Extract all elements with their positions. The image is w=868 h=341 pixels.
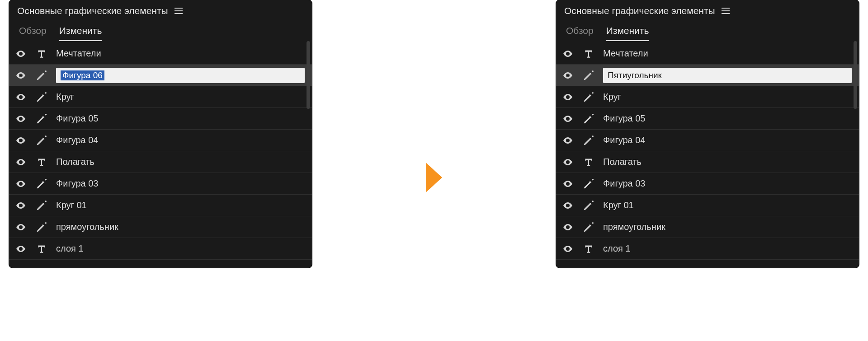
visibility-eye-icon[interactable] [561, 113, 574, 124]
layer-row[interactable]: Круг [9, 86, 312, 108]
layer-name-selected-text: Фигура 06 [61, 70, 104, 80]
tab-browse[interactable]: Обзор [566, 25, 594, 41]
layer-name-label: Фигура 03 [56, 178, 99, 189]
visibility-eye-icon[interactable] [561, 243, 574, 254]
svg-point-10 [567, 53, 569, 55]
visibility-eye-icon[interactable] [561, 222, 574, 233]
visibility-eye-icon[interactable] [14, 222, 27, 233]
visibility-eye-icon[interactable] [14, 243, 27, 254]
layer-row[interactable]: Полагать [9, 151, 312, 173]
visibility-eye-icon[interactable] [561, 178, 574, 189]
layer-row[interactable]: Круг 01 [556, 195, 859, 216]
layer-row[interactable]: слоя 1 [9, 238, 312, 260]
layer-name-label: Фигура 05 [56, 113, 99, 124]
scrollbar-thumb[interactable] [307, 41, 310, 109]
svg-point-6 [20, 183, 22, 185]
layer-row[interactable]: Полагать [556, 151, 859, 173]
visibility-eye-icon[interactable] [561, 157, 574, 168]
visibility-eye-icon[interactable] [14, 92, 27, 103]
visibility-eye-icon[interactable] [14, 70, 27, 81]
visibility-eye-icon[interactable] [561, 70, 574, 81]
pen-layer-icon [580, 112, 597, 125]
panel-header: Основные графические элементы [9, 0, 312, 19]
svg-point-5 [20, 161, 22, 163]
transition-arrow [416, 33, 452, 322]
layer-name-label: Фигура 05 [603, 113, 646, 124]
tab-edit[interactable]: Изменить [59, 25, 102, 41]
text-layer-icon [580, 48, 597, 60]
layer-row[interactable]: Фигура 04 [9, 130, 312, 151]
pen-layer-icon [580, 91, 597, 103]
scrollbar-thumb[interactable] [854, 41, 857, 109]
svg-point-16 [567, 183, 569, 185]
visibility-eye-icon[interactable] [14, 48, 27, 59]
visibility-eye-icon[interactable] [14, 113, 27, 124]
layer-name-label: Фигура 03 [603, 178, 646, 189]
arrow-right-icon [424, 162, 444, 193]
text-layer-icon [33, 48, 50, 60]
visibility-eye-icon[interactable] [14, 178, 27, 189]
visibility-eye-icon[interactable] [561, 48, 574, 59]
layer-row[interactable]: Мечтатели [556, 43, 859, 65]
layer-row[interactable]: Фигура 06 [9, 65, 312, 86]
pen-layer-icon [580, 134, 597, 147]
layer-row[interactable]: Фигура 03 [9, 173, 312, 195]
svg-point-4 [20, 140, 22, 141]
layer-row[interactable] [556, 65, 859, 86]
panel-title: Основные графические элементы [564, 5, 715, 16]
scrollbar-track[interactable] [854, 41, 857, 268]
layer-name-label: Круг 01 [56, 200, 87, 210]
layer-row[interactable]: Фигура 05 [9, 108, 312, 130]
pen-layer-icon [33, 199, 50, 212]
scrollbar-track[interactable] [307, 41, 310, 268]
layer-name-label: Полагать [603, 157, 642, 167]
svg-point-17 [567, 205, 569, 206]
layer-name-input[interactable]: Фигура 06 [56, 68, 305, 83]
svg-point-7 [20, 205, 22, 206]
layer-name-label: Мечтатели [603, 48, 648, 59]
visibility-eye-icon[interactable] [561, 200, 574, 211]
svg-point-15 [567, 161, 569, 163]
layer-name-label: слоя 1 [56, 243, 84, 254]
layer-row[interactable]: слоя 1 [556, 238, 859, 260]
pen-layer-icon [33, 69, 50, 82]
visibility-eye-icon[interactable] [561, 92, 574, 103]
layer-name-label: прямоугольник [603, 222, 665, 232]
tab-edit[interactable]: Изменить [606, 25, 649, 41]
text-layer-icon [580, 156, 597, 168]
panel-menu-icon[interactable] [175, 8, 183, 14]
panel-menu-icon[interactable] [722, 8, 730, 14]
layer-row[interactable]: Мечтатели [9, 43, 312, 65]
panel-title: Основные графические элементы [17, 5, 168, 16]
svg-point-8 [20, 226, 22, 228]
layer-name-label: Круг 01 [603, 200, 634, 210]
layer-row[interactable]: Фигура 05 [556, 108, 859, 130]
layer-row[interactable]: Фигура 03 [556, 173, 859, 195]
svg-point-18 [567, 226, 569, 228]
svg-point-12 [567, 96, 569, 98]
pen-layer-icon [580, 199, 597, 212]
svg-point-11 [567, 75, 569, 76]
svg-point-14 [567, 140, 569, 141]
svg-point-9 [20, 248, 22, 250]
layer-row[interactable]: Круг [556, 86, 859, 108]
layer-name-label: Фигура 04 [56, 135, 99, 145]
pen-layer-icon [580, 69, 597, 82]
visibility-eye-icon[interactable] [14, 135, 27, 146]
layer-row[interactable]: Фигура 04 [556, 130, 859, 151]
layer-name-input[interactable] [603, 68, 852, 83]
pen-layer-icon [33, 178, 50, 190]
layer-name-label: Круг [603, 92, 621, 102]
text-layer-icon [33, 156, 50, 168]
pen-layer-icon [33, 91, 50, 103]
layer-row[interactable]: прямоугольник [556, 216, 859, 238]
pen-layer-icon [580, 221, 597, 234]
tabs: Обзор Изменить [556, 19, 859, 41]
layer-row[interactable]: Круг 01 [9, 195, 312, 216]
tab-browse[interactable]: Обзор [19, 25, 47, 41]
visibility-eye-icon[interactable] [14, 157, 27, 168]
layer-row[interactable]: прямоугольник [9, 216, 312, 238]
visibility-eye-icon[interactable] [14, 200, 27, 211]
visibility-eye-icon[interactable] [561, 135, 574, 146]
layer-name-label: Мечтатели [56, 48, 101, 59]
